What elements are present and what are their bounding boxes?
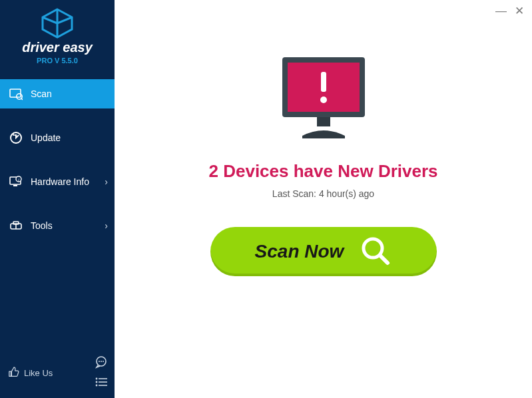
last-scan-label: Last Scan: 4 hour(s) ago	[272, 188, 374, 199]
minimize-button[interactable]: —	[495, 5, 507, 17]
sidebar-item-label: Hardware Info	[31, 176, 89, 187]
svg-point-2	[17, 94, 22, 99]
svg-point-25	[320, 97, 327, 103]
thumbs-up-icon	[8, 366, 24, 380]
sidebar-item-label: Scan	[31, 89, 52, 99]
tools-icon	[9, 219, 23, 232]
scan-now-label: Scan Now	[255, 241, 344, 262]
svg-line-3	[21, 99, 23, 100]
svg-rect-1	[10, 89, 21, 97]
svg-point-20	[96, 385, 98, 387]
sidebar-item-hardware-info[interactable]: i Hardware Info ›	[0, 167, 115, 196]
chevron-right-icon: ›	[105, 176, 108, 187]
version-label: PRO V 5.5.0	[0, 57, 115, 65]
scan-icon	[9, 87, 23, 100]
menu-icon[interactable]	[95, 377, 108, 390]
svg-line-28	[380, 256, 388, 263]
feedback-icon[interactable]	[95, 355, 108, 371]
svg-point-18	[96, 381, 98, 383]
svg-point-14	[101, 361, 102, 362]
sidebar-bottom: Like Us	[0, 349, 115, 398]
chevron-right-icon: ›	[105, 220, 108, 231]
scan-now-button[interactable]: Scan Now	[210, 227, 437, 276]
hardware-info-icon: i	[9, 175, 23, 188]
sidebar-item-update[interactable]: Update	[0, 123, 115, 152]
svg-point-13	[99, 361, 100, 362]
magnifier-icon	[360, 235, 392, 269]
nav: Scan Update	[0, 79, 115, 255]
logo-icon	[0, 8, 115, 39]
update-icon	[9, 131, 23, 144]
sidebar-item-label: Update	[31, 132, 61, 143]
svg-rect-26	[317, 117, 330, 126]
svg-point-16	[96, 378, 98, 380]
sidebar-item-scan[interactable]: Scan	[0, 79, 115, 108]
logo-block: driver easy PRO V 5.5.0	[0, 0, 115, 70]
like-us-button[interactable]: Like Us	[8, 366, 53, 380]
scan-result-headline: 2 Devices have New Drivers	[209, 161, 438, 182]
sidebar-item-tools[interactable]: Tools ›	[0, 211, 115, 240]
sidebar: driver easy PRO V 5.5.0 Scan	[0, 0, 115, 398]
brand-name: driver easy	[0, 40, 115, 55]
close-button[interactable]: ✕	[515, 5, 524, 17]
like-us-label: Like Us	[24, 368, 53, 378]
main-panel: — ✕ 2 Devices have New Drivers Last Scan…	[115, 0, 532, 398]
svg-point-15	[103, 361, 104, 362]
titlebar: — ✕	[495, 5, 524, 17]
svg-rect-24	[321, 72, 326, 92]
sidebar-bottom-icons	[95, 355, 108, 390]
sidebar-item-label: Tools	[31, 220, 53, 231]
app-window: driver easy PRO V 5.5.0 Scan	[0, 0, 532, 398]
alert-monitor-illustration	[270, 53, 377, 149]
svg-rect-6	[13, 185, 17, 186]
